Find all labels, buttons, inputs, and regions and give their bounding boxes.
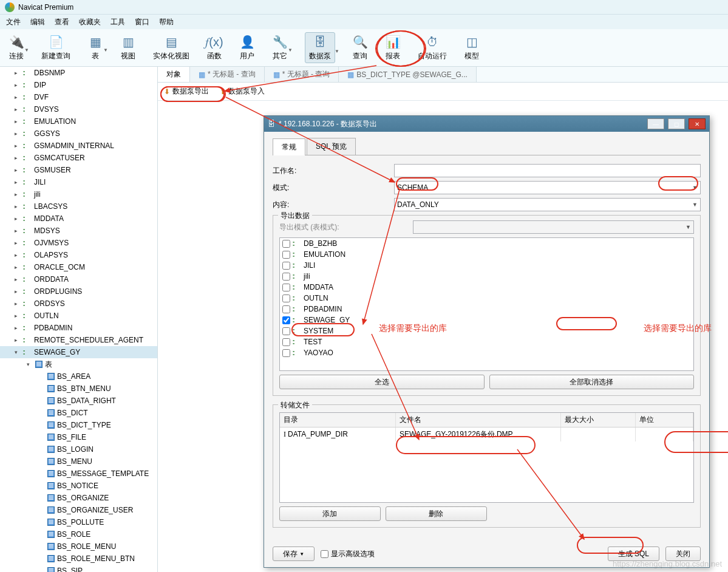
tree-schema[interactable]: ▸REMOTE_SCHEDULER_AGENT xyxy=(0,334,157,346)
schema-checkbox[interactable] xyxy=(282,251,290,259)
tree-table[interactable]: BS_DICT xyxy=(0,407,157,419)
datapump-export-button[interactable]: ⬇ 数据泵导出 xyxy=(164,86,209,97)
schema-check-row[interactable]: jili xyxy=(280,271,693,282)
toolbar-新建查询[interactable]: 📄新建查询 xyxy=(41,34,70,61)
expand-icon[interactable]: ▸ xyxy=(15,82,21,88)
tree-schema[interactable]: ▸ORDPLUGINS xyxy=(0,285,157,298)
tree-table[interactable]: BS_ORGANIZE_USER xyxy=(0,504,157,516)
toolbar-查询[interactable]: 🔍查询 xyxy=(352,34,368,61)
schema-check-row[interactable]: YAOYAO xyxy=(280,347,693,358)
tree-table[interactable]: BS_LOGIN xyxy=(0,443,157,455)
toolbar-自动运行[interactable]: ⏱自动运行 xyxy=(418,34,447,61)
tree-table[interactable]: BS_NOTICE xyxy=(0,480,157,492)
menu-编辑[interactable]: 编辑 xyxy=(30,17,45,27)
toolbar-用户[interactable]: 👤用户 xyxy=(239,34,255,61)
select-all-button[interactable]: 全选 xyxy=(279,375,485,389)
tree-schema[interactable]: ▸GGSYS xyxy=(0,128,157,140)
tree-table[interactable]: BS_ROLE_MENU xyxy=(0,540,157,553)
expand-icon[interactable]: ▸ xyxy=(15,106,21,112)
toolbar-表[interactable]: ▦表▼ xyxy=(87,34,103,61)
mode-combo[interactable]: SCHEMA▼ xyxy=(394,181,701,194)
schema-checkbox[interactable] xyxy=(282,262,290,270)
schema-check-row[interactable]: PDBADMIN xyxy=(280,304,693,315)
advanced-checkbox[interactable]: 显示高级选项 xyxy=(321,549,375,559)
add-button[interactable]: 添加 xyxy=(279,506,381,521)
tree-schema[interactable]: ▸OLAPSYS xyxy=(0,249,157,261)
expand-icon[interactable]: ▸ xyxy=(15,252,21,258)
tab-table-open[interactable]: ▦BS_DICT_TYPE @SEWAGE_G... xyxy=(339,67,476,82)
toolbar-连接[interactable]: 🔌连接▼ xyxy=(9,34,24,61)
toolbar-模型[interactable]: ◫模型 xyxy=(464,34,480,61)
expand-icon[interactable]: ▸ xyxy=(15,155,21,161)
dump-file-table[interactable]: 目录 文件名 最大大小 单位 I DATA_PUMP_DIR SEWAGE_GY… xyxy=(279,412,694,503)
tree-schema[interactable]: ▸jili xyxy=(0,188,157,200)
tree-table[interactable]: BS_DATA_RIGHT xyxy=(0,395,157,407)
expand-icon[interactable]: ▸ xyxy=(15,179,21,185)
schema-checkbox[interactable] xyxy=(282,273,290,281)
content-combo[interactable]: DATA_ONLY▼ xyxy=(394,198,701,211)
tree-table[interactable]: BS_AREA xyxy=(0,370,157,383)
schema-checkbox[interactable] xyxy=(282,305,290,313)
tree-schema[interactable]: ▸LBACSYS xyxy=(0,200,157,213)
tree-table[interactable]: BS_BTN_MENU xyxy=(0,383,157,395)
menu-文件[interactable]: 文件 xyxy=(6,17,21,27)
tab-sql-preview[interactable]: SQL 预览 xyxy=(307,138,356,155)
expand-icon[interactable]: ▸ xyxy=(15,216,21,222)
schema-checkbox[interactable] xyxy=(282,338,290,346)
expand-icon[interactable]: ▸ xyxy=(15,118,21,124)
toolbar-视图[interactable]: ▥视图 xyxy=(120,34,136,61)
schema-check-row[interactable]: DB_BZHB xyxy=(280,238,693,249)
expand-icon[interactable]: ▸ xyxy=(15,143,21,149)
tab-objects[interactable]: 对象 xyxy=(158,67,190,82)
schema-check-row[interactable]: JILI xyxy=(280,260,693,271)
tree-schema[interactable]: ▸MDDATA xyxy=(0,213,157,225)
tree-tables-node[interactable]: ▾表 xyxy=(0,358,157,370)
minimize-button[interactable]: — xyxy=(647,118,664,129)
expand-icon[interactable]: ▸ xyxy=(15,288,21,295)
expand-icon[interactable]: ▸ xyxy=(15,228,21,234)
expand-icon[interactable]: ▸ xyxy=(15,325,21,331)
expand-icon[interactable]: ▸ xyxy=(15,94,21,100)
schema-check-row[interactable]: EMULATION xyxy=(280,249,693,260)
tree-schema[interactable]: ▸OJVMSYS xyxy=(0,237,157,249)
tree-schema[interactable]: ▸MDSYS xyxy=(0,225,157,237)
tree-table[interactable]: BS_MENU xyxy=(0,455,157,468)
expand-icon[interactable]: ▸ xyxy=(15,70,21,76)
expand-icon[interactable]: ▸ xyxy=(15,240,21,246)
tree-schema[interactable]: ▸DVF xyxy=(0,91,157,103)
tree-schema[interactable]: ▸OUTLN xyxy=(0,310,157,322)
tab-query-2[interactable]: ▦* 无标题 - 查询 xyxy=(265,67,339,82)
expand-icon[interactable]: ▸ xyxy=(15,167,21,173)
expand-icon[interactable]: ▸ xyxy=(15,203,21,209)
toolbar-报表[interactable]: 📊报表 xyxy=(385,34,401,61)
tree-schema[interactable]: ▸GSMADMIN_INTERNAL xyxy=(0,140,157,152)
tree-table[interactable]: BS_ROLE_MENU_BTN xyxy=(0,553,157,565)
col-file[interactable]: 文件名 xyxy=(396,413,561,427)
save-button[interactable]: 保存 ▼ xyxy=(273,546,315,561)
schema-check-row[interactable]: SYSTEM xyxy=(280,325,693,336)
tree-schema[interactable]: ▸DBSNMP xyxy=(0,67,157,79)
tree-table[interactable]: BS_SIP xyxy=(0,565,157,572)
schema-check-row[interactable]: TEST xyxy=(280,336,693,347)
schema-checkbox[interactable] xyxy=(282,295,290,302)
menu-收藏夹[interactable]: 收藏夹 xyxy=(79,17,101,27)
expand-icon[interactable]: ▸ xyxy=(15,191,21,197)
tab-general[interactable]: 常规 xyxy=(273,138,305,155)
menu-帮助[interactable]: 帮助 xyxy=(159,17,174,27)
schema-checkbox[interactable] xyxy=(282,240,290,248)
schema-checkbox[interactable] xyxy=(282,284,290,291)
tree-schema[interactable]: ▸DIP xyxy=(0,79,157,91)
tree-schema[interactable]: ▸GSMUSER xyxy=(0,164,157,176)
expand-icon[interactable]: ▸ xyxy=(15,301,21,307)
expand-icon[interactable]: ▸ xyxy=(15,131,21,137)
jobname-input[interactable] xyxy=(394,164,701,177)
tree-schema[interactable]: ▸GSMCATUSER xyxy=(0,152,157,164)
toolbar-数据泵[interactable]: 🗄数据泵▼ xyxy=(305,32,335,63)
expand-icon[interactable]: ▸ xyxy=(15,264,21,270)
col-unit[interactable]: 单位 xyxy=(635,413,693,427)
toolbar-其它[interactable]: 🔧其它▼ xyxy=(272,34,288,61)
close-button[interactable]: ✕ xyxy=(689,118,706,129)
schema-check-row[interactable]: OUTLN xyxy=(280,293,693,304)
expand-icon[interactable]: ▸ xyxy=(15,313,21,319)
deselect-all-button[interactable]: 全部取消选择 xyxy=(489,375,695,389)
